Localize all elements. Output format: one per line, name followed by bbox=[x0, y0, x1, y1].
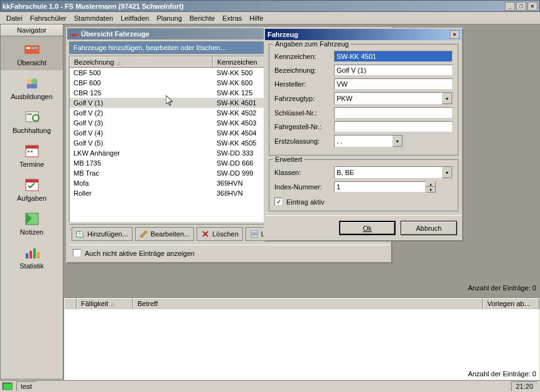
label-fahrgestell: Fahrgestell-Nr.: bbox=[274, 123, 334, 130]
nav-icon bbox=[22, 177, 42, 192]
select-fahrzeugtyp[interactable]: PKW▼ bbox=[334, 92, 453, 105]
bg-row-selector[interactable] bbox=[64, 298, 77, 309]
cell-bezeichnung: Roller bbox=[70, 188, 213, 198]
statusbar: test 21:20 bbox=[0, 380, 540, 392]
dropdown-icon[interactable]: ▼ bbox=[442, 93, 452, 104]
select-klassen[interactable]: B, BE▼ bbox=[334, 166, 453, 179]
cell-bezeichnung: CBR 125 bbox=[70, 88, 213, 98]
list-icon bbox=[250, 230, 259, 238]
minimize-button[interactable]: _ bbox=[505, 2, 515, 11]
nav-label: Aufgaben bbox=[3, 194, 60, 202]
label-fahrzeugtyp: Fahrzeugtyp: bbox=[274, 95, 334, 102]
label-klassen: Klassen: bbox=[274, 169, 334, 176]
nav-item-notizen[interactable]: Notizen bbox=[1, 206, 63, 240]
nav-label: Ausbildungen bbox=[3, 93, 60, 100]
nav-icon bbox=[22, 75, 42, 90]
svg-point-4 bbox=[31, 78, 38, 85]
svg-rect-17 bbox=[30, 251, 32, 258]
nav-item-buchhaltung[interactable]: Buchhaltung bbox=[1, 104, 63, 138]
input-schluessel[interactable] bbox=[334, 107, 453, 119]
svg-rect-10 bbox=[26, 146, 38, 149]
entries-count-2: Anzahl der Einträge: 0 bbox=[468, 370, 536, 378]
col-header-faelligkeit[interactable]: Fälligkeit△ bbox=[77, 298, 133, 309]
svg-rect-2 bbox=[31, 47, 38, 49]
cancel-button[interactable]: Abbruch bbox=[401, 221, 457, 235]
label-bezeichnung: Bezeichnung: bbox=[274, 66, 334, 74]
dialog-close-button[interactable]: × bbox=[450, 30, 460, 39]
label-index: Index-Nummer: bbox=[274, 183, 334, 191]
svg-rect-1 bbox=[26, 47, 30, 49]
menu-leitfaden[interactable]: Leitfaden bbox=[117, 13, 153, 23]
svg-rect-5 bbox=[27, 84, 37, 88]
close-button[interactable]: × bbox=[527, 2, 537, 11]
menu-extras[interactable]: Extras bbox=[219, 13, 246, 23]
input-erstzulassung[interactable]: . .▼ bbox=[334, 135, 403, 147]
input-index[interactable] bbox=[334, 181, 426, 193]
label-eintrag-aktiv: Eintrag aktiv bbox=[286, 198, 325, 206]
menu-fahrschueler[interactable]: Fahrschüler bbox=[26, 13, 70, 23]
svg-rect-19 bbox=[37, 252, 40, 258]
menu-hilfe[interactable]: Hilfe bbox=[246, 13, 267, 23]
nav-label: Notizen bbox=[3, 228, 60, 236]
group-erweitert-label: Erweitert bbox=[273, 156, 304, 163]
cell-bezeichnung: Golf V (2) bbox=[70, 108, 213, 118]
inactive-checkbox[interactable] bbox=[73, 249, 81, 257]
input-bezeichnung[interactable] bbox=[334, 65, 453, 76]
sort-asc-icon: △ bbox=[117, 60, 121, 66]
car-icon bbox=[70, 29, 78, 38]
dropdown-icon[interactable]: ▼ bbox=[392, 135, 402, 147]
nav-item-statistik[interactable]: Statistik bbox=[1, 240, 63, 273]
dropdown-icon[interactable]: ▼ bbox=[442, 167, 452, 178]
nav-label: Termine bbox=[3, 161, 60, 168]
add-icon: + bbox=[76, 230, 85, 238]
svg-rect-7 bbox=[27, 114, 32, 115]
svg-rect-16 bbox=[26, 253, 28, 258]
add-button[interactable]: + Hinzufügen... bbox=[72, 227, 132, 241]
maximize-button[interactable]: □ bbox=[516, 2, 526, 11]
main-titlebar: kkFahrschule 1.0 - FS Mustermann (97421 … bbox=[0, 0, 540, 12]
cell-bezeichnung: MB Trac bbox=[70, 168, 213, 178]
checkbox-eintrag-aktiv[interactable]: ✓ bbox=[274, 198, 283, 206]
menubar: Datei Fahrschüler Stammdaten Leitfaden P… bbox=[0, 12, 540, 24]
menu-planung[interactable]: Planung bbox=[153, 13, 185, 23]
label-kennzeichen: Kennzeichen: bbox=[274, 53, 334, 60]
ok-button[interactable]: Ok bbox=[339, 221, 396, 235]
nav-item-termine[interactable]: Termine bbox=[1, 138, 63, 172]
cell-bezeichnung: Golf V (5) bbox=[70, 138, 213, 148]
menu-stammdaten[interactable]: Stammdaten bbox=[70, 13, 117, 23]
cell-bezeichnung: Golf V (1) bbox=[70, 98, 213, 108]
col-header-bezeichnung[interactable]: Bezeichnung△ bbox=[70, 56, 213, 67]
input-hersteller[interactable] bbox=[334, 78, 453, 90]
nav-item-ausbildungen[interactable]: Ausbildungen bbox=[1, 70, 63, 104]
input-fahrgestell[interactable] bbox=[334, 121, 453, 132]
svg-rect-6 bbox=[26, 112, 38, 122]
col-header-vorlegen[interactable]: Vorlegen ab... bbox=[483, 298, 539, 309]
menu-datei[interactable]: Datei bbox=[3, 13, 26, 23]
nav-item-aufgaben[interactable]: Aufgaben bbox=[1, 172, 63, 206]
col-header-betreff[interactable]: Betreff bbox=[133, 298, 483, 309]
delete-icon bbox=[201, 230, 210, 238]
label-erstzulassung: Erstzulassung: bbox=[274, 137, 334, 145]
svg-rect-11 bbox=[28, 151, 30, 152]
svg-rect-12 bbox=[31, 151, 33, 152]
spin-down-icon[interactable]: ▼ bbox=[426, 187, 436, 193]
edit-button[interactable]: Bearbeiten... bbox=[135, 227, 194, 241]
status-time: 21:20 bbox=[511, 381, 537, 391]
navigator-panel: Navigator ÜbersichtAusbildungenBuchhaltu… bbox=[0, 24, 63, 379]
nav-icon bbox=[22, 143, 42, 158]
spin-up-icon[interactable]: ▲ bbox=[426, 181, 436, 187]
inactive-checkbox-row: Auch nicht aktive Einträge anzeigen bbox=[69, 245, 389, 261]
svg-rect-0 bbox=[24, 45, 40, 54]
dialog-titlebar[interactable]: Fahrzeug × bbox=[265, 29, 462, 40]
delete-button[interactable]: Löschen bbox=[197, 227, 243, 241]
spinner-index[interactable]: ▲▼ bbox=[334, 181, 436, 193]
input-kennzeichen[interactable] bbox=[334, 51, 453, 62]
nav-item-übersicht[interactable]: Übersicht bbox=[1, 36, 63, 70]
label-hersteller: Hersteller: bbox=[274, 80, 334, 88]
svg-rect-14 bbox=[26, 179, 38, 183]
cell-bezeichnung: MB 1735 bbox=[70, 158, 213, 168]
nav-label: Übersicht bbox=[3, 59, 60, 66]
nav-icon bbox=[22, 109, 42, 124]
menu-berichte[interactable]: Berichte bbox=[186, 13, 219, 23]
cell-bezeichnung: Golf V (4) bbox=[70, 128, 213, 138]
